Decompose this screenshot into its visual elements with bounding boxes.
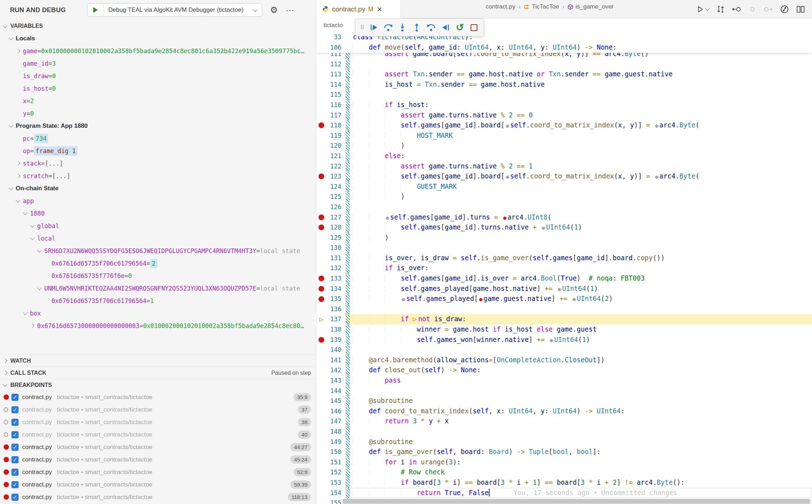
variable-row[interactable]: is_host = 0 bbox=[0, 82, 316, 95]
breakpoint-checkbox[interactable]: ✓ bbox=[11, 431, 19, 438]
scrollbar-thumb[interactable] bbox=[343, 499, 810, 504]
more-actions-icon[interactable]: ··· bbox=[286, 6, 294, 14]
variable-row[interactable]: is_draw = 0 bbox=[0, 70, 316, 82]
breakpoint-row[interactable]: ✓contract.pytictactoe • smart_contracts/… bbox=[0, 478, 316, 491]
variable-row[interactable]: x = 2 bbox=[0, 95, 316, 107]
breakpoint-checkbox[interactable]: ✓ bbox=[11, 456, 19, 463]
chevron-right-icon[interactable] bbox=[16, 49, 20, 53]
code-line[interactable]: 115 bbox=[316, 90, 812, 100]
breakpoint-checkbox[interactable]: ✓ bbox=[11, 481, 19, 488]
code-line[interactable]: 146 def coord_to_matrix_index(self, x: U… bbox=[316, 406, 812, 417]
code-line[interactable]: 119 HOST_MARK bbox=[316, 131, 812, 141]
change-indicator-button[interactable] bbox=[748, 5, 756, 14]
code-line[interactable]: 121 else: bbox=[316, 151, 812, 161]
call-stack-section-header[interactable]: CALL STACK Paused on step bbox=[0, 367, 316, 379]
variables-section-header[interactable]: VARIABLES bbox=[0, 20, 316, 32]
breakpoint-checkbox[interactable]: ✓ bbox=[11, 494, 19, 501]
variable-row[interactable]: On-chain State bbox=[0, 182, 316, 195]
code-line[interactable]: 145 @subroutine bbox=[316, 396, 812, 406]
variable-row[interactable]: stack = [...] bbox=[0, 157, 316, 170]
code-line[interactable]: 123 self.games[game_id].board[●self.coor… bbox=[316, 171, 812, 182]
code-line[interactable]: 138 winner = game.host if is_host else g… bbox=[316, 324, 812, 335]
variable-row[interactable]: scratch = [...] bbox=[0, 170, 316, 182]
code-line[interactable]: 113 assert Txn.sender == game.host.nativ… bbox=[316, 69, 812, 80]
chevron-right-icon[interactable] bbox=[30, 323, 35, 328]
variable-row[interactable]: game = 0x010000000102010002a358bf5bada9e… bbox=[0, 45, 316, 57]
code-line[interactable]: 143 pass bbox=[316, 376, 812, 386]
variable-row[interactable]: app bbox=[0, 195, 316, 207]
step-over-button[interactable] bbox=[382, 21, 395, 34]
code-line[interactable]: 148 bbox=[316, 427, 812, 437]
paused-gutter-arrow-icon[interactable]: ▷ bbox=[316, 314, 326, 324]
variable-row[interactable]: Program State: App 1880 bbox=[0, 120, 316, 132]
close-icon[interactable]: × bbox=[377, 5, 382, 14]
code-line[interactable]: 135 ●self.games_played[●game.guest.nativ… bbox=[316, 294, 812, 304]
variable-row[interactable]: 1880 bbox=[0, 207, 316, 220]
code-line[interactable]: 112 bbox=[316, 59, 812, 70]
gear-icon[interactable]: ⚙ bbox=[270, 6, 278, 14]
stop-button[interactable] bbox=[468, 21, 481, 34]
variable-row[interactable]: SRH6D7XU2N6WQQ5SSYDQFG5ESO6JWEQIDPGLUGYC… bbox=[0, 245, 316, 257]
step-out-button[interactable] bbox=[410, 21, 423, 34]
breakpoint-gutter-icon[interactable] bbox=[316, 294, 326, 304]
breakpoint-checkbox[interactable]: ✓ bbox=[11, 419, 19, 426]
code-line[interactable]: 127 ●self.games[game_id].turns = ●arc4.U… bbox=[316, 212, 812, 223]
code-line[interactable]: 150 def is_game_over(self, board: Board)… bbox=[316, 447, 812, 457]
restart-button[interactable]: ↺ bbox=[453, 21, 466, 34]
breakpoint-checkbox[interactable]: ✓ bbox=[11, 444, 19, 451]
code-line[interactable]: 131 is_over, is_draw = self.is_game_over… bbox=[316, 253, 812, 263]
variable-row[interactable]: 0x67616d65735f776f6e = 0 bbox=[0, 269, 316, 282]
chevron-down-icon[interactable] bbox=[37, 286, 42, 290]
code-line[interactable]: 136 bbox=[316, 304, 812, 314]
variable-row[interactable]: Locals bbox=[0, 32, 316, 45]
code-line[interactable]: 149 @subroutine bbox=[316, 437, 812, 447]
breakpoint-row[interactable]: ✓contract.pytictactoe • smart_contracts/… bbox=[0, 403, 316, 416]
breakpoint-row[interactable]: ✓contract.pytictactoe • smart_contracts/… bbox=[0, 391, 316, 403]
next-change-button[interactable] bbox=[763, 5, 773, 14]
open-changes-button[interactable] bbox=[716, 5, 725, 14]
code-line[interactable]: 118 self.games[game_id].board[●self.coor… bbox=[316, 120, 812, 131]
breadcrumb-class[interactable]: TicTacToe bbox=[523, 3, 559, 10]
variable-row[interactable]: box bbox=[0, 307, 316, 319]
toolbar-drag-grip[interactable]: ⠿ bbox=[359, 21, 366, 34]
code-line[interactable]: 147 return 3 * y + x bbox=[316, 416, 812, 427]
code-line[interactable]: 125 ) bbox=[316, 192, 812, 202]
breadcrumb-project[interactable]: tictacto bbox=[324, 22, 343, 29]
code-line[interactable]: ▷137 if ▷not is_draw: bbox=[316, 314, 812, 324]
chevron-down-icon[interactable] bbox=[9, 36, 13, 40]
breakpoint-checkbox[interactable]: ✓ bbox=[11, 469, 19, 476]
breakpoint-row[interactable]: ✓contract.pytictactoe • smart_contracts/… bbox=[0, 453, 316, 466]
code-line[interactable]: 130 bbox=[316, 243, 812, 253]
watch-section-header[interactable]: WATCH bbox=[0, 354, 316, 367]
code-line[interactable]: 129 ) bbox=[316, 233, 812, 243]
start-debugging-button[interactable] bbox=[87, 4, 104, 16]
breakpoint-checkbox[interactable]: ✓ bbox=[11, 406, 19, 413]
run-python-button[interactable] bbox=[696, 5, 709, 13]
code-line[interactable]: 128 self.games[game_id].turns.native + ●… bbox=[316, 222, 812, 233]
code-line[interactable]: 152 # Row check bbox=[316, 467, 812, 478]
code-line[interactable]: 117 assert game.turns.native % 2 == 0 bbox=[316, 110, 812, 121]
previous-change-button[interactable] bbox=[732, 5, 741, 14]
breakpoint-checkbox[interactable]: ✓ bbox=[11, 394, 19, 401]
chevron-right-icon[interactable] bbox=[16, 173, 20, 178]
variable-row[interactable]: 0x67616d65735f706c61796564 = 2 bbox=[0, 257, 316, 269]
code-line[interactable]: 140 bbox=[316, 345, 812, 355]
code-line[interactable]: 126 bbox=[316, 202, 812, 212]
breakpoint-gutter-icon[interactable] bbox=[316, 273, 326, 284]
code-line[interactable]: 124 GUEST_MARK bbox=[316, 182, 812, 192]
code-line[interactable]: 154 return True, False You, 17 seconds a… bbox=[316, 488, 812, 498]
code-line[interactable]: 114 is_host = Txn.sender == game.host.na… bbox=[316, 80, 812, 90]
variable-row[interactable]: game_id = 3 bbox=[0, 57, 316, 70]
chevron-down-icon[interactable] bbox=[23, 211, 27, 215]
breakpoint-row[interactable]: ✓contract.pytictactoe • smart_contracts/… bbox=[0, 466, 316, 478]
step-back-button[interactable] bbox=[425, 21, 437, 34]
code-line[interactable]: 151 for i in urange(3): bbox=[316, 457, 812, 468]
variable-row[interactable]: 0x67616d65730000000000000003 = 0x0100020… bbox=[0, 319, 316, 332]
continue-button[interactable] bbox=[367, 21, 380, 34]
code-line[interactable]: 116 if is_host: bbox=[316, 100, 812, 110]
breakpoint-row[interactable]: ✓contract.pytictactoe • smart_contracts/… bbox=[0, 428, 316, 441]
breakpoint-gutter-icon[interactable] bbox=[316, 284, 326, 294]
breakpoints-section-header[interactable]: BREAKPOINTS bbox=[0, 379, 316, 391]
chevron-down-icon[interactable] bbox=[30, 236, 35, 240]
code-line[interactable]: 142 def close_out(self) -> None: bbox=[316, 365, 812, 376]
